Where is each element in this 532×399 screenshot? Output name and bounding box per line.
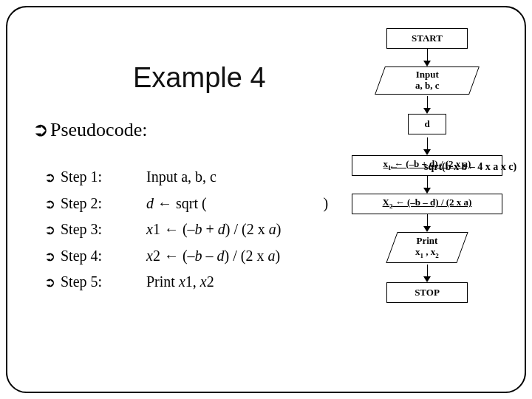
flow-d-rhs-overflow: ← sqrt(b x b – 4 x a x c) [424,161,516,173]
flow-start-text: START [412,33,443,44]
flow-print-l1: Print [417,235,438,246]
arrow-icon [338,137,516,155]
bullet-icon: ➲ [44,245,55,268]
step-body: x1 ← (–b + d) / (2 x a) [146,216,281,243]
arrow-icon [338,214,516,232]
flow-print: Print x1 , x2 [386,232,468,265]
slide-title: Example 4 [133,62,266,94]
arrow-left-icon: ← [389,161,399,173]
step-body: x2 ← (–b – d) / (2 x a) [146,243,280,270]
step-label: Step 3: [61,221,102,237]
step-body: d ← sqrt ( b×b−4×a×c ) [146,191,328,217]
step-body: Print x1, x2 [146,269,214,296]
step-label: Step 4: [61,248,102,264]
flow-d-box: d [408,114,446,134]
heading-text: Pseudocode: [50,119,147,140]
arrow-icon [338,176,516,194]
bullet-icon: ➲ [33,118,49,141]
bullet-icon: ➲ [44,270,55,294]
flow-start: START [386,28,468,49]
list-item: ➲ Step 4: x2 ← (–b – d) / (2 x a) [44,243,328,270]
step-body: Input a, b, c [146,164,216,191]
flow-stop-text: STOP [415,287,440,299]
list-item: ➲ Step 5: Print x1, x2 [44,269,328,296]
bullet-icon: ➲ [44,192,55,216]
flow-input-l2: a, b, c [415,80,440,91]
flow-print-l2: x1 , x2 [415,246,439,257]
arrow-icon [338,96,516,114]
bullet-icon: ➲ [44,218,55,242]
steps-list: ➲ Step 1: Input a, b, c ➲ Step 2: d ← sq… [44,164,328,296]
flow-stop: STOP [386,282,468,303]
list-item: ➲ Step 2: d ← sqrt ( b×b−4×a×c ) [44,191,328,217]
arrow-icon [338,49,516,66]
pseudocode-heading: ➲Pseudocode: [33,118,147,141]
flow-d-rhs: sqrt(b x b – 4 x a x c) [424,161,516,172]
flow-d-lhs: d [424,119,429,130]
flow-input: Input a, b, c [375,66,480,96]
flow-input-l1: Input [415,69,438,80]
arrow-icon [338,265,516,282]
step-label: Step 2: [61,195,102,211]
list-item: ➲ Step 3: x1 ← (–b + d) / (2 x a) [44,216,328,243]
bullet-icon: ➲ [44,166,55,189]
step-label: Step 1: [61,168,102,185]
list-item: ➲ Step 1: Input a, b, c [44,164,328,191]
flow-x2-text: X2 ← (–b – d) / (2 x a) [383,197,472,210]
flow-x2: X2 ← (–b – d) / (2 x a) [352,194,502,214]
step-label: Step 5: [61,273,102,290]
